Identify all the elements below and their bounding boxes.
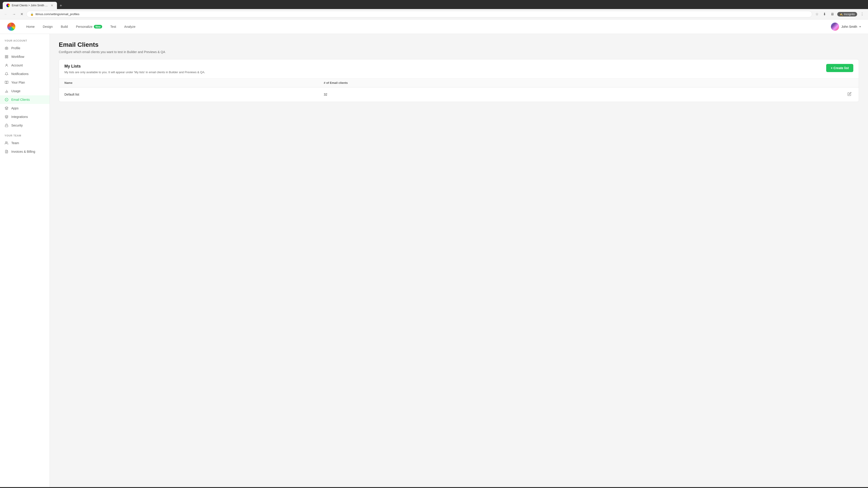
- email-clients-table: Name # of Email clients Default list 32: [59, 78, 859, 102]
- svg-point-12: [5, 142, 6, 143]
- incognito-icon: 🕵: [839, 13, 843, 16]
- reload-button[interactable]: ✕: [19, 11, 25, 17]
- bookmark-button[interactable]: ☆: [814, 11, 820, 17]
- page-subtitle: Configure which email clients you want t…: [59, 50, 859, 54]
- table-body: Default list 32: [59, 87, 859, 102]
- avatar-image: [831, 23, 839, 31]
- row-count: 32: [318, 87, 671, 102]
- sidebar-item-usage[interactable]: Usage: [0, 87, 50, 95]
- sidebar: YOUR ACCOUNT Profile Workflow: [0, 34, 50, 487]
- address-bar[interactable]: 🔒 litmus.com/settings/email_profiles: [26, 11, 812, 18]
- sidebar-item-email-clients[interactable]: Email Clients: [0, 95, 50, 104]
- sidebar-item-profile[interactable]: Profile: [0, 44, 50, 53]
- tab-close-button[interactable]: ✕: [51, 4, 53, 7]
- menu-button[interactable]: ⋮: [859, 11, 865, 17]
- sidebar-email-clients-label: Email Clients: [11, 98, 30, 101]
- active-tab[interactable]: Email Clients > John Smith > Li... ✕: [3, 2, 57, 9]
- app: Home Design Build Personalize New Test A…: [0, 20, 868, 487]
- nav-test[interactable]: Test: [107, 23, 120, 30]
- nav-build[interactable]: Build: [57, 23, 71, 30]
- sidebar-item-invoices-billing[interactable]: Invoices & Billing: [0, 147, 50, 156]
- page-title: Email Clients: [59, 41, 859, 48]
- svg-point-5: [6, 64, 7, 65]
- sidebar-item-workflow[interactable]: Workflow: [0, 53, 50, 61]
- card-header: My Lists My lists are only available to …: [59, 59, 859, 78]
- row-actions: [671, 87, 859, 102]
- my-lists-description: My lists are only available to you. It w…: [64, 70, 205, 74]
- sidebar-item-integrations[interactable]: Integrations: [0, 112, 50, 121]
- sidebar-team-section: YOUR TEAM Team: [0, 134, 50, 156]
- bar-chart-icon: [4, 89, 8, 93]
- workflow-icon: [4, 55, 8, 59]
- top-nav-links: Home Design Build Personalize New Test A…: [23, 23, 831, 30]
- nav-personalize[interactable]: Personalize New: [72, 23, 106, 30]
- svg-rect-3: [5, 57, 6, 58]
- sidebar-item-account[interactable]: Account: [0, 61, 50, 70]
- sidebar-apps-label: Apps: [11, 106, 19, 110]
- sidebar-item-notifications[interactable]: Notifications: [0, 70, 50, 78]
- new-tab-button[interactable]: +: [58, 2, 64, 9]
- nav-analyze-label: Analyze: [124, 25, 135, 29]
- avatar: [831, 23, 839, 31]
- address-text: litmus.com/settings/email_profiles: [35, 12, 79, 16]
- account-icon: [4, 63, 8, 67]
- my-lists-card: My Lists My lists are only available to …: [59, 59, 859, 102]
- top-nav: Home Design Build Personalize New Test A…: [0, 20, 868, 34]
- email-clients-icon: [4, 98, 8, 102]
- nav-home[interactable]: Home: [23, 23, 38, 30]
- nav-design[interactable]: Design: [39, 23, 56, 30]
- edit-row-button[interactable]: [846, 91, 853, 98]
- table-header: Name # of Email clients: [59, 78, 859, 88]
- nav-build-label: Build: [61, 25, 68, 29]
- toolbar-actions: ☆ ⬇ 🖥 🕵 Incognito ⋮: [814, 11, 865, 17]
- column-actions: [671, 78, 859, 88]
- sidebar-item-your-plan[interactable]: Your Plan: [0, 78, 50, 87]
- create-list-button[interactable]: + Create list: [826, 64, 853, 72]
- sidebar-workflow-label: Workflow: [11, 55, 24, 59]
- billing-icon: [4, 150, 8, 154]
- main-content: Email Clients Configure which email clie…: [50, 34, 868, 487]
- personalize-badge: New: [94, 25, 102, 29]
- sidebar-item-team[interactable]: Team: [0, 139, 50, 147]
- nav-design-label: Design: [43, 25, 53, 29]
- sidebar-your-plan-label: Your Plan: [11, 80, 25, 84]
- forward-button[interactable]: →: [11, 11, 17, 17]
- browser-chrome: Email Clients > John Smith > Li... ✕ +: [0, 0, 868, 9]
- tab-favicon: [6, 4, 10, 7]
- tab-title: Email Clients > John Smith > Li...: [12, 4, 49, 7]
- main-wrapper: YOUR ACCOUNT Profile Workflow: [0, 34, 868, 487]
- sidebar-security-label: Security: [11, 124, 23, 127]
- svg-point-0: [6, 48, 7, 49]
- your-account-label: YOUR ACCOUNT: [0, 39, 50, 44]
- row-name: Default list: [59, 87, 318, 102]
- svg-rect-2: [7, 55, 8, 57]
- sidebar-account-label: Account: [11, 64, 23, 67]
- sidebar-profile-label: Profile: [11, 46, 20, 50]
- cast-button[interactable]: 🖥: [829, 11, 835, 17]
- sidebar-usage-label: Usage: [11, 89, 20, 93]
- table-row: Default list 32: [59, 87, 859, 102]
- card-header-left: My Lists My lists are only available to …: [64, 64, 205, 74]
- status-bar: https://litmus.com/settings/email_profil…: [0, 487, 868, 488]
- user-menu[interactable]: John Smith ▾: [831, 23, 861, 31]
- bell-icon: [4, 72, 8, 76]
- sidebar-item-security[interactable]: Security: [0, 121, 50, 130]
- column-email-clients-count: # of Email clients: [318, 78, 671, 88]
- security-icon: [4, 123, 8, 127]
- svg-rect-11: [5, 125, 8, 127]
- back-button[interactable]: ←: [3, 11, 9, 17]
- your-team-label: YOUR TEAM: [0, 134, 50, 139]
- column-name: Name: [59, 78, 318, 88]
- user-name: John Smith: [841, 25, 857, 29]
- download-button[interactable]: ⬇: [822, 11, 827, 17]
- integrations-icon: [4, 115, 8, 119]
- browser-toolbar: ← → ✕ 🔒 litmus.com/settings/email_profil…: [0, 9, 868, 20]
- litmus-logo[interactable]: [7, 23, 16, 31]
- sidebar-billing-label: Invoices & Billing: [11, 150, 35, 153]
- nav-analyze[interactable]: Analyze: [121, 23, 139, 30]
- sidebar-item-apps[interactable]: Apps: [0, 104, 50, 112]
- sidebar-team-label: Team: [11, 141, 19, 145]
- nav-home-label: Home: [26, 25, 35, 29]
- address-bar-icon: 🔒: [30, 13, 34, 16]
- sidebar-notifications-label: Notifications: [11, 72, 29, 76]
